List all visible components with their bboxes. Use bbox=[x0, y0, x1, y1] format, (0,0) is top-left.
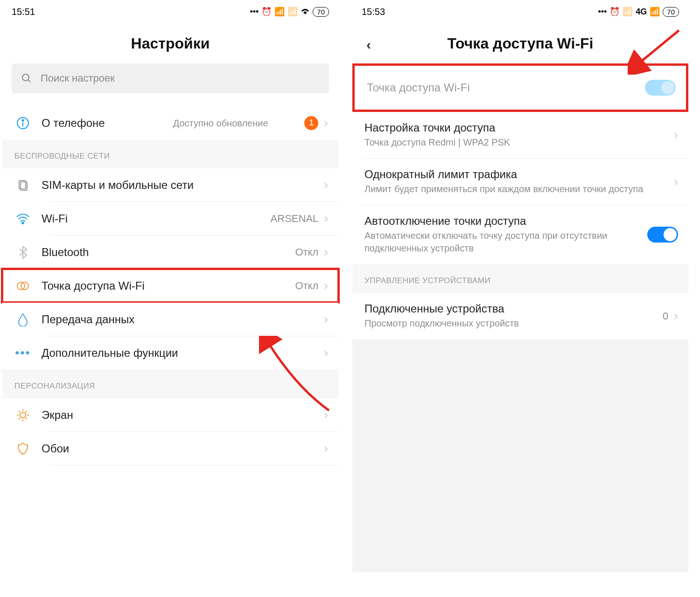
signal-icon: 📶 bbox=[274, 7, 285, 17]
alarm-icon: ⏰ bbox=[609, 7, 620, 17]
connected-devices-row[interactable]: Подключенные устройства Просмотр подключ… bbox=[352, 293, 688, 339]
limit-sub: Лимит будет применяться при каждом включ… bbox=[364, 183, 672, 195]
chevron-right-icon: › bbox=[324, 312, 328, 326]
auto-off-toggle[interactable] bbox=[647, 227, 678, 243]
more-icon: ••• bbox=[598, 7, 607, 17]
settings-search[interactable]: Поиск настроек bbox=[12, 63, 329, 93]
chevron-right-icon: › bbox=[324, 408, 328, 422]
section-wireless: БЕСПРОВОДНЫЕ СЕТИ bbox=[2, 139, 338, 168]
shield-icon bbox=[13, 442, 33, 456]
status-time: 15:53 bbox=[362, 7, 385, 17]
devices-count: 0 bbox=[663, 310, 668, 322]
wallpaper-row[interactable]: Обои › bbox=[2, 432, 338, 465]
more-row[interactable]: ••• Дополнительные функции › bbox=[2, 336, 338, 369]
display-row[interactable]: Экран › bbox=[2, 398, 338, 431]
setup-sub: Точка доступа Redmi | WPA2 PSK bbox=[364, 136, 672, 149]
about-sub: Доступно обновление bbox=[173, 117, 295, 130]
brightness-icon bbox=[13, 408, 33, 422]
section-devices: УПРАВЛЕНИЕ УСТРОЙСТВАМИ bbox=[352, 264, 688, 293]
display-title: Экран bbox=[42, 409, 322, 422]
hotspot-toggle-label: Точка доступа Wi-Fi bbox=[367, 81, 645, 94]
signal-icon: 📶 bbox=[287, 7, 298, 17]
signal-icon: 📶 bbox=[650, 7, 660, 17]
svg-point-10 bbox=[20, 412, 26, 418]
autooff-sub: Автоматически отключать точку доступа пр… bbox=[364, 229, 647, 255]
about-title: О телефоне bbox=[42, 117, 164, 130]
chevron-right-icon: › bbox=[324, 178, 328, 192]
update-badge: 1 bbox=[304, 116, 318, 130]
sim-icon bbox=[13, 179, 33, 192]
alarm-icon: ⏰ bbox=[261, 7, 272, 17]
hotspot-row[interactable]: Точка доступа Wi-Fi Откл › bbox=[2, 269, 338, 302]
status-bar: 15:53 ••• ⏰ 📶 4G 📶 70 bbox=[352, 2, 688, 21]
bt-title: Bluetooth bbox=[42, 246, 295, 259]
info-icon bbox=[13, 116, 33, 130]
hotspot-value: Откл bbox=[295, 280, 318, 292]
bluetooth-row[interactable]: Bluetooth Откл › bbox=[2, 236, 338, 269]
setup-title: Настройка точки доступа bbox=[364, 121, 672, 134]
hotspot-screen: 15:53 ••• ⏰ 📶 4G 📶 70 ‹ Точка доступа Wi… bbox=[352, 2, 688, 595]
hotspot-setup-row[interactable]: Настройка точки доступа Точка доступа Re… bbox=[352, 112, 688, 158]
bluetooth-icon bbox=[13, 245, 33, 259]
settings-screen: 15:51 ••• ⏰ 📶 📶 70 Настройки Поиск настр… bbox=[2, 2, 338, 595]
svg-point-0 bbox=[22, 74, 29, 81]
status-bar: 15:51 ••• ⏰ 📶 📶 70 bbox=[2, 2, 338, 21]
wifi-row[interactable]: Wi-Fi ARSENAL › bbox=[2, 202, 338, 235]
network-type: 4G bbox=[636, 7, 647, 17]
bt-value: Откл bbox=[295, 246, 318, 258]
sim-title: SIM-карты и мобильные сети bbox=[42, 179, 322, 192]
svg-line-1 bbox=[28, 80, 30, 82]
chevron-right-icon: › bbox=[324, 116, 328, 130]
more-title: Дополнительные функции bbox=[42, 347, 322, 360]
wifi-icon bbox=[13, 213, 33, 224]
wifi-value: ARSENAL bbox=[271, 213, 319, 225]
traffic-limit-row[interactable]: Однократный лимит трафика Лимит будет пр… bbox=[352, 159, 688, 205]
more-icon: ••• bbox=[250, 7, 259, 17]
section-personal: ПЕРСОНАЛИЗАЦИЯ bbox=[2, 369, 338, 398]
limit-title: Однократный лимит трафика bbox=[364, 168, 672, 181]
header-text: Точка доступа Wi-Fi bbox=[448, 35, 594, 52]
battery-indicator: 70 bbox=[663, 7, 679, 17]
chevron-right-icon: › bbox=[324, 211, 328, 226]
svg-point-3 bbox=[22, 119, 23, 121]
devices-title: Подключенные устройства bbox=[364, 302, 663, 315]
empty-area bbox=[352, 339, 688, 572]
hotspot-toggle-row[interactable]: Точка доступа Wi-Fi bbox=[352, 63, 688, 112]
signal-icon: 📶 bbox=[623, 7, 633, 17]
chevron-right-icon: › bbox=[324, 278, 328, 293]
status-time: 15:51 bbox=[12, 7, 35, 17]
search-placeholder: Поиск настроек bbox=[41, 72, 115, 84]
devices-sub: Просмотр подключенных устройств bbox=[364, 317, 663, 330]
auto-off-row[interactable]: Автоотключение точки доступа Автоматичес… bbox=[352, 205, 688, 264]
wifi-title: Wi-Fi bbox=[42, 212, 271, 225]
chevron-right-icon: › bbox=[324, 245, 328, 259]
data-title: Передача данных bbox=[42, 313, 322, 326]
back-button[interactable]: ‹ bbox=[366, 37, 371, 53]
battery-indicator: 70 bbox=[313, 7, 329, 17]
chevron-right-icon: › bbox=[324, 441, 328, 456]
more-icon: ••• bbox=[13, 346, 33, 360]
hotspot-toggle[interactable] bbox=[645, 80, 676, 96]
hotspot-title: Точка доступа Wi-Fi bbox=[42, 279, 295, 292]
wallpaper-title: Обои bbox=[42, 442, 322, 455]
chevron-right-icon: › bbox=[674, 174, 678, 189]
hotspot-icon bbox=[13, 280, 33, 292]
chevron-right-icon: › bbox=[324, 346, 328, 360]
sim-row[interactable]: SIM-карты и мобильные сети › bbox=[2, 168, 338, 201]
wifi-icon bbox=[301, 8, 310, 15]
page-title: ‹ Точка доступа Wi-Fi bbox=[352, 21, 688, 63]
page-title: Настройки bbox=[2, 21, 338, 63]
about-phone-row[interactable]: О телефоне Доступно обновление 1 › bbox=[2, 106, 338, 139]
chevron-right-icon: › bbox=[674, 309, 678, 323]
data-usage-row[interactable]: Передача данных › bbox=[2, 303, 338, 336]
svg-point-7 bbox=[22, 222, 24, 224]
status-indicators: ••• ⏰ 📶 4G 📶 70 bbox=[598, 7, 679, 17]
droplet-icon bbox=[13, 312, 33, 326]
status-indicators: ••• ⏰ 📶 📶 70 bbox=[250, 7, 329, 17]
autooff-title: Автоотключение точки доступа bbox=[364, 215, 647, 228]
search-icon bbox=[21, 73, 32, 84]
chevron-right-icon: › bbox=[674, 128, 678, 142]
